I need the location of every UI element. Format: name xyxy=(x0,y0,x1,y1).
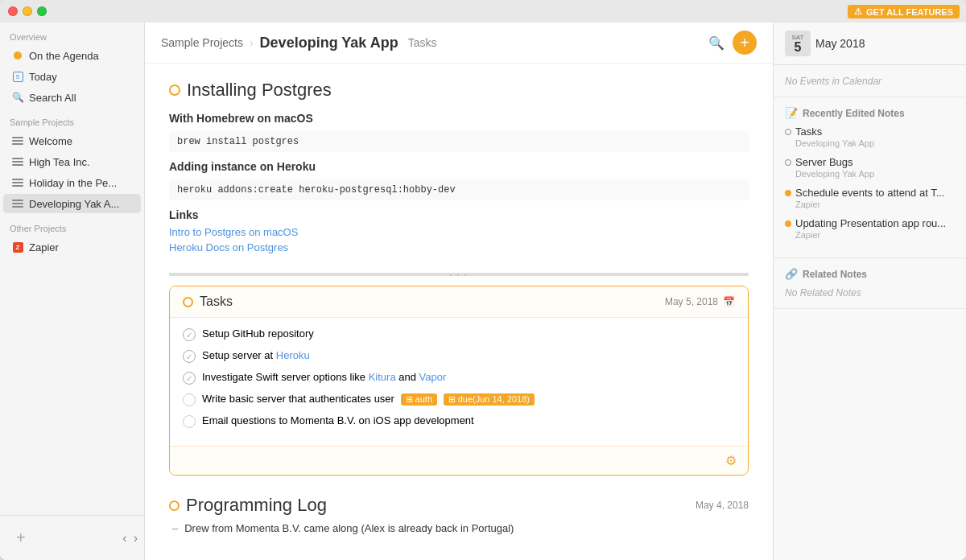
drag-handle[interactable] xyxy=(169,273,749,276)
sidebar-item-welcome[interactable]: Welcome xyxy=(3,131,141,150)
tasks-circle-icon xyxy=(183,297,193,307)
search-button[interactable]: 🔍 xyxy=(708,35,724,51)
project-holiday-label: Holiday in the Pe... xyxy=(29,177,117,189)
project-welcome-label: Welcome xyxy=(29,135,72,147)
project-icon-high-tea xyxy=(11,155,24,168)
search-icon: 🔍 xyxy=(11,91,24,104)
project-zapier-label: Zapier xyxy=(29,241,59,253)
sidebar-item-on-the-agenda[interactable]: On the Agenda xyxy=(3,46,141,65)
kitura-link[interactable]: Kitura xyxy=(369,371,396,383)
date-day-num: 5 xyxy=(795,41,802,54)
sidebar: Overview On the Agenda 5 Today 🔍 S xyxy=(0,23,145,560)
recent-note-schedule[interactable]: Schedule events to attend at T... Zapier xyxy=(785,187,955,209)
calendar-icon: 📅 xyxy=(723,296,735,307)
content-body: Installing Postgres With Homebrew on mac… xyxy=(145,64,773,560)
other-projects-label: Other Projects xyxy=(0,214,144,237)
close-button[interactable] xyxy=(8,6,18,16)
gear-button[interactable]: ⚙ xyxy=(725,453,737,468)
recent-note-title-updating: Updating Presentation app rou... xyxy=(785,217,955,229)
calendar-section: No Events in Calendar xyxy=(774,65,966,97)
tasks-title-text: Tasks xyxy=(200,294,233,309)
breadcrumb-tasks: Tasks xyxy=(408,36,437,49)
recently-edited-title-text: Recently Edited Notes xyxy=(803,108,905,119)
note-sub-server-bugs: Developing Yak App xyxy=(795,169,955,179)
sidebar-item-holiday[interactable]: Holiday in the Pe... xyxy=(3,173,141,192)
breadcrumb-separator: › xyxy=(250,36,254,49)
sidebar-item-search-all[interactable]: 🔍 Search All xyxy=(3,88,141,107)
recent-note-server-bugs[interactable]: Server Bugs Developing Yak App xyxy=(785,156,955,179)
alert-label: GET ALL FEATURES xyxy=(866,7,953,17)
programming-log-section: Programming Log May 4, 2018 – Drew from … xyxy=(169,495,749,534)
subtitle-heroku: Adding instance on Heroku xyxy=(169,160,749,173)
project-developing-yak-label: Developing Yak A... xyxy=(29,198,119,210)
related-notes-section: 🔗 Related Notes No Related Notes xyxy=(774,258,966,309)
recently-edited-section: 📝 Recently Edited Notes Tasks Developing… xyxy=(774,97,966,258)
sidebar-item-developing-yak[interactable]: Developing Yak A... xyxy=(3,194,141,213)
add-project-button[interactable]: + xyxy=(6,522,35,554)
tasks-card: Tasks May 5, 2018 📅 Setup GitHub reposit… xyxy=(169,286,749,476)
link-postgres-macos[interactable]: Intro to Postgres on macOS xyxy=(169,226,749,238)
project-icon-zapier: Z xyxy=(11,241,24,253)
section-title-text: Installing Postgres xyxy=(187,80,332,101)
task-item-4: Write basic server that authenticates us… xyxy=(183,393,735,406)
sidebar-item-today[interactable]: 5 Today xyxy=(3,67,141,86)
right-panel: SAT 5 May 2018 No Events in Calendar 📝 R… xyxy=(773,23,966,560)
note-name-tasks: Tasks xyxy=(795,126,822,138)
code-heroku: heroku addons:create heroku-postgresql:h… xyxy=(169,179,749,200)
nav-forward-button[interactable]: › xyxy=(134,531,138,546)
note-sub-updating: Zapier xyxy=(795,230,955,240)
note-name-schedule: Schedule events to attend at T... xyxy=(795,187,945,199)
maximize-button[interactable] xyxy=(37,6,47,16)
note-sub-tasks: Developing Yak App xyxy=(795,138,955,148)
tasks-card-footer: ⚙ xyxy=(170,446,748,475)
prog-log-title: Programming Log xyxy=(169,495,327,516)
link-heroku-docs[interactable]: Heroku Docs on Postgres xyxy=(169,241,749,253)
task-check-4[interactable] xyxy=(183,393,196,406)
alert-icon: ⚠ xyxy=(854,6,862,17)
overview-label: Overview xyxy=(0,23,144,45)
task-check-3[interactable] xyxy=(183,372,196,385)
today-label: Today xyxy=(29,71,57,83)
recently-edited-icon: 📝 xyxy=(785,107,798,119)
tasks-card-title: Tasks xyxy=(183,294,233,309)
task-item-3: Investigate Swift server options like Ki… xyxy=(183,371,735,385)
project-icon-welcome xyxy=(11,134,24,147)
task-check-1[interactable] xyxy=(183,328,196,341)
prog-log-header: Programming Log May 4, 2018 xyxy=(169,495,749,522)
minimize-button[interactable] xyxy=(23,6,32,16)
tasks-card-header: Tasks May 5, 2018 📅 xyxy=(170,286,748,318)
breadcrumb-project: Sample Projects xyxy=(161,36,243,49)
installing-postgres-section: Installing Postgres With Homebrew on mac… xyxy=(169,80,749,253)
header-actions: 🔍 + xyxy=(708,31,757,55)
main-content: Sample Projects › Developing Yak App Tas… xyxy=(145,23,773,560)
note-dot-schedule xyxy=(785,190,791,196)
nav-back-button[interactable]: ‹ xyxy=(122,531,126,546)
get-all-features-button[interactable]: ⚠ GET ALL FEATURES xyxy=(848,5,960,19)
task-check-5[interactable] xyxy=(183,415,196,428)
log-entry-1: – Drew from Momenta B.V. came along (Ale… xyxy=(169,522,749,534)
title-bar xyxy=(0,0,966,23)
sample-projects-label: Sample Projects xyxy=(0,108,144,130)
note-sub-schedule: Zapier xyxy=(795,200,955,209)
recent-note-title-schedule: Schedule events to attend at T... xyxy=(785,187,955,199)
task-text-3: Investigate Swift server options like Ki… xyxy=(202,371,446,383)
task-heroku-link[interactable]: Heroku xyxy=(276,349,310,361)
sidebar-item-zapier[interactable]: Z Zapier xyxy=(3,237,141,257)
task-item-5: Email questions to Momenta B.V. on iOS a… xyxy=(183,414,735,428)
breadcrumb-note: Developing Yak App xyxy=(260,35,398,51)
sidebar-bottom: + ‹ › xyxy=(0,515,144,560)
no-related-notes-text: No Related Notes xyxy=(785,287,861,299)
vapor-link[interactable]: Vapor xyxy=(419,371,447,383)
prog-log-title-text: Programming Log xyxy=(186,495,327,516)
recent-note-updating[interactable]: Updating Presentation app rou... Zapier xyxy=(785,217,955,240)
section-circle-icon xyxy=(169,84,180,96)
recent-note-tasks[interactable]: Tasks Developing Yak App xyxy=(785,126,955,148)
related-notes-title: 🔗 Related Notes xyxy=(785,268,955,280)
sidebar-item-high-tea[interactable]: High Tea Inc. xyxy=(3,152,141,171)
agenda-icon xyxy=(11,49,24,62)
tasks-card-body: Setup GitHub repository Setup server at … xyxy=(170,318,748,446)
no-events-text: No Events in Calendar xyxy=(785,76,881,87)
task-check-2[interactable] xyxy=(183,350,196,363)
recent-note-title-server-bugs: Server Bugs xyxy=(785,156,955,168)
add-note-button[interactable]: + xyxy=(733,31,757,55)
